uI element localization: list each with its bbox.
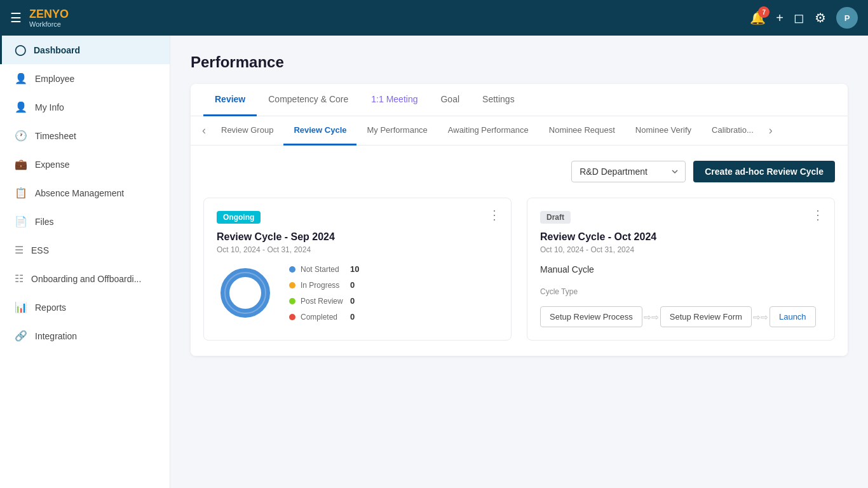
tab-review[interactable]: Review bbox=[203, 84, 257, 116]
in-progress-count: 0 bbox=[350, 280, 355, 290]
setup-review-form-button[interactable]: Setup Review Form bbox=[660, 306, 752, 327]
sidebar-item-absence[interactable]: 📋 Absence Management bbox=[0, 179, 170, 207]
card-badge-ongoing: Ongoing bbox=[217, 211, 261, 224]
not-started-dot bbox=[289, 266, 295, 273]
donut-chart bbox=[217, 264, 274, 322]
create-adhoc-button[interactable]: Create ad-hoc Review Cycle bbox=[693, 161, 835, 182]
employee-icon: 👤 bbox=[15, 72, 27, 85]
expense-icon: 💼 bbox=[15, 158, 27, 170]
sidebar-item-integration[interactable]: 🔗 Integration bbox=[0, 322, 170, 350]
not-started-count: 10 bbox=[350, 264, 359, 274]
svg-point-1 bbox=[225, 273, 266, 313]
card-menu-ongoing[interactable]: ⋮ bbox=[488, 208, 501, 221]
my-info-icon: 👤 bbox=[15, 101, 27, 113]
legend-not-started: Not Started 10 bbox=[289, 264, 359, 274]
timesheet-icon: 🕐 bbox=[15, 130, 27, 142]
page-title: Performance bbox=[191, 53, 848, 71]
post-review-count: 0 bbox=[350, 296, 355, 306]
card-date-ongoing: Oct 10, 2024 - Oct 31, 2024 bbox=[217, 245, 498, 254]
hamburger-icon[interactable]: ☰ bbox=[10, 10, 22, 25]
card-menu-draft[interactable]: ⋮ bbox=[811, 208, 824, 221]
completed-dot bbox=[289, 314, 295, 320]
card-actions: Setup Review Process ⇨⇨ Setup Review For… bbox=[540, 306, 822, 327]
sidebar-item-label: Files bbox=[35, 217, 54, 227]
cards-row: Ongoing ⋮ Review Cycle - Sep 2024 Oct 10… bbox=[203, 198, 835, 341]
legend-completed: Completed 0 bbox=[289, 312, 359, 322]
tab-competency[interactable]: Competency & Core bbox=[257, 84, 360, 116]
completed-label: Completed bbox=[301, 313, 345, 322]
sidebar-item-my-info[interactable]: 👤 My Info bbox=[0, 93, 170, 121]
absence-icon: 📋 bbox=[15, 187, 27, 199]
sidebar-item-label: Dashboard bbox=[34, 45, 80, 55]
subtab-review-cycle[interactable]: Review Cycle bbox=[283, 116, 356, 146]
legend-post-review: Post Review 0 bbox=[289, 296, 359, 306]
sidebar-item-label: Integration bbox=[35, 331, 77, 341]
stats-legend: Not Started 10 In Progress 0 Post Review bbox=[289, 264, 359, 322]
content-toolbar: R&D Department HR Department Finance Eng… bbox=[203, 161, 835, 182]
tab-goal[interactable]: Goal bbox=[429, 84, 471, 116]
legend-in-progress: In Progress 0 bbox=[289, 280, 359, 290]
plus-icon[interactable]: + bbox=[776, 11, 783, 25]
tabs-container: Review Competency & Core 1:1 Meeting Goa… bbox=[191, 84, 848, 356]
sidebar-item-files[interactable]: 📄 Files bbox=[0, 207, 170, 236]
sidebar-item-dashboard[interactable]: ◯ Dashboard bbox=[0, 36, 170, 64]
cycle-type-value: Manual Cycle bbox=[540, 264, 822, 274]
tab-meeting[interactable]: 1:1 Meeting bbox=[360, 84, 429, 116]
sidebar-item-label: Reports bbox=[35, 302, 66, 313]
launch-button[interactable]: Launch bbox=[770, 306, 816, 327]
subtab-nominee-verify[interactable]: Nominee Verify bbox=[625, 116, 702, 146]
subtab-calibration[interactable]: Calibratio... bbox=[702, 116, 764, 146]
settings-icon[interactable]: ⚙ bbox=[815, 10, 826, 25]
topnav: ☰ ZENYO Workforce 🔔 7 + ◻ ⚙ P bbox=[0, 0, 868, 36]
notification-badge: 7 bbox=[758, 6, 770, 18]
subtab-review-group[interactable]: Review Group bbox=[211, 116, 283, 146]
cycle-type-label: Cycle Type bbox=[540, 287, 822, 296]
sidebar-item-label: Timesheet bbox=[35, 131, 76, 141]
sidebar-item-ess[interactable]: ☰ ESS bbox=[0, 236, 170, 264]
in-progress-label: In Progress bbox=[301, 281, 345, 290]
completed-count: 0 bbox=[350, 312, 355, 322]
sidebar-item-timesheet[interactable]: 🕐 Timesheet bbox=[0, 121, 170, 150]
subtab-nominee-request[interactable]: Nominee Request bbox=[539, 116, 625, 146]
department-select[interactable]: R&D Department HR Department Finance Eng… bbox=[571, 161, 686, 182]
sidebar-item-employee[interactable]: 👤 Employee bbox=[0, 64, 170, 93]
review-card-ongoing: Ongoing ⋮ Review Cycle - Sep 2024 Oct 10… bbox=[203, 198, 512, 341]
sidebar-item-expense[interactable]: 💼 Expense bbox=[0, 150, 170, 179]
arrow-connector-2: ⇨⇨ bbox=[752, 312, 770, 322]
avatar[interactable]: P bbox=[836, 7, 858, 29]
logo: ZENYO Workforce bbox=[29, 8, 69, 28]
not-started-label: Not Started bbox=[301, 265, 345, 274]
review-card-draft: Draft ⋮ Review Cycle - Oct 2024 Oct 10, … bbox=[527, 198, 835, 341]
arrow-connector-1: ⇨⇨ bbox=[642, 312, 660, 322]
sidebar-item-label: Absence Management bbox=[35, 188, 124, 198]
ess-icon: ☰ bbox=[15, 244, 24, 256]
post-review-dot bbox=[289, 298, 295, 304]
logo-text: ZENYO bbox=[29, 8, 69, 20]
card-badge-draft: Draft bbox=[540, 211, 571, 224]
card-stats: Not Started 10 In Progress 0 Post Review bbox=[217, 264, 498, 322]
reports-icon: 📊 bbox=[15, 301, 27, 313]
subtab-awaiting-performance[interactable]: Awaiting Performance bbox=[438, 116, 539, 146]
dashboard-icon: ◯ bbox=[15, 44, 26, 56]
content-area: R&D Department HR Department Finance Eng… bbox=[191, 146, 848, 356]
sidebar-item-reports[interactable]: 📊 Reports bbox=[0, 293, 170, 322]
onboarding-icon: ☷ bbox=[15, 273, 24, 285]
grid-icon[interactable]: ◻ bbox=[794, 10, 804, 25]
integration-icon: 🔗 bbox=[15, 330, 27, 342]
subtab-prev-button[interactable]: ‹ bbox=[197, 121, 211, 140]
card-date-draft: Oct 10, 2024 - Oct 31, 2024 bbox=[540, 245, 822, 254]
sidebar-item-label: Expense bbox=[35, 159, 69, 170]
logo-sub: Workforce bbox=[29, 20, 69, 28]
card-title-ongoing: Review Cycle - Sep 2024 bbox=[217, 231, 498, 243]
subtab-my-performance[interactable]: My Performance bbox=[356, 116, 437, 146]
card-title-draft: Review Cycle - Oct 2024 bbox=[540, 231, 822, 243]
post-review-label: Post Review bbox=[301, 297, 345, 306]
tab-settings[interactable]: Settings bbox=[471, 84, 526, 116]
sidebar-item-onboarding[interactable]: ☷ Onboarding and Offboardi... bbox=[0, 264, 170, 293]
main-content: Performance Review Competency & Core 1:1… bbox=[170, 36, 868, 488]
setup-review-process-button[interactable]: Setup Review Process bbox=[540, 306, 642, 327]
notification-button[interactable]: 🔔 7 bbox=[750, 10, 766, 25]
sidebar-item-label: Employee bbox=[35, 74, 74, 84]
primary-tabs: Review Competency & Core 1:1 Meeting Goa… bbox=[191, 84, 848, 116]
subtab-next-button[interactable]: › bbox=[764, 121, 778, 140]
